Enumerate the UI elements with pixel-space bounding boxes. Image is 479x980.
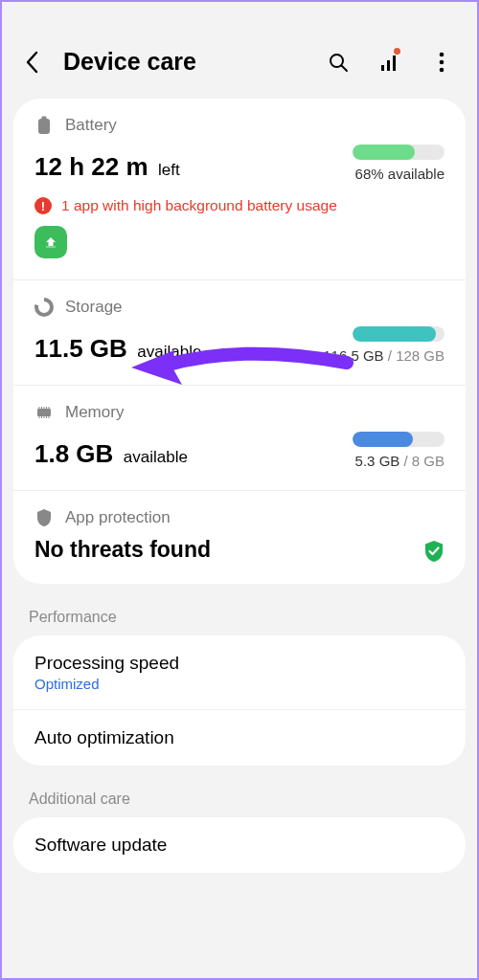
additional-care-group-label: Additional care (2, 766, 477, 817)
shield-icon (34, 508, 54, 527)
memory-section[interactable]: Memory 1.8 GB available 5.3 GB / 8 GB (13, 386, 466, 491)
svg-point-10 (36, 300, 52, 315)
memory-value-suffix: available (124, 448, 188, 466)
app-header: Device care (2, 2, 477, 99)
battery-value: 12 h 22 m (34, 152, 148, 181)
header-actions (326, 50, 460, 75)
svg-rect-3 (387, 60, 390, 71)
performance-group-label: Performance (2, 584, 477, 635)
storage-usage: 116.5 GB / 128 GB (323, 347, 445, 364)
svg-rect-21 (49, 416, 50, 418)
protection-status: No threats found (34, 537, 211, 563)
svg-rect-9 (42, 117, 47, 120)
notification-dot-icon (394, 48, 400, 55)
signal-icon[interactable] (377, 50, 402, 75)
app-protection-section[interactable]: App protection No threats found (13, 491, 466, 584)
memory-label: Memory (65, 403, 124, 422)
software-update-item[interactable]: Software update (13, 817, 466, 873)
auto-optimization-item[interactable]: Auto optimization (13, 710, 466, 766)
more-menu-icon[interactable] (429, 50, 454, 75)
storage-header: Storage (34, 298, 445, 317)
battery-section[interactable]: Battery 12 h 22 m left 68% available ! 1… (13, 99, 466, 280)
alert-icon: ! (34, 197, 52, 214)
storage-icon (34, 298, 54, 317)
svg-rect-8 (38, 119, 50, 134)
svg-rect-13 (41, 407, 42, 409)
auto-optimization-title: Auto optimization (34, 727, 445, 748)
software-update-title: Software update (34, 835, 445, 856)
battery-warning-text: 1 app with high background battery usage (61, 197, 337, 214)
svg-rect-11 (37, 409, 51, 416)
svg-rect-4 (393, 56, 396, 71)
svg-rect-2 (381, 65, 384, 71)
additional-care-card: Software update (13, 817, 466, 873)
svg-rect-17 (39, 416, 40, 418)
svg-point-5 (440, 52, 445, 56)
memory-icon (34, 403, 54, 422)
status-card: Battery 12 h 22 m left 68% available ! 1… (13, 99, 466, 584)
battery-warning[interactable]: ! 1 app with high background battery usa… (34, 197, 445, 214)
battery-icon (34, 116, 54, 135)
battery-header: Battery (34, 116, 445, 135)
memory-usage: 5.3 GB / 8 GB (353, 453, 445, 469)
processing-speed-status: Optimized (34, 676, 445, 692)
svg-rect-15 (46, 407, 47, 409)
battery-percent: 68% available (353, 166, 445, 182)
protection-label: App protection (65, 508, 171, 527)
high-usage-app-icon[interactable] (34, 226, 67, 258)
shield-check-icon (423, 540, 445, 561)
protection-header: App protection (34, 508, 445, 527)
back-button[interactable] (19, 49, 46, 76)
storage-bar (353, 326, 445, 342)
page-title: Device care (63, 48, 326, 76)
processing-speed-item[interactable]: Processing speed Optimized (13, 635, 466, 710)
svg-rect-16 (49, 407, 50, 409)
svg-rect-12 (39, 407, 40, 409)
battery-value-suffix: left (158, 161, 180, 179)
storage-label: Storage (65, 298, 123, 317)
processing-speed-title: Processing speed (34, 653, 445, 674)
svg-rect-14 (44, 407, 45, 409)
svg-rect-18 (41, 416, 42, 418)
search-icon[interactable] (326, 50, 351, 75)
svg-point-6 (440, 59, 445, 64)
memory-bar (353, 432, 445, 447)
svg-rect-20 (46, 416, 47, 418)
battery-bar (353, 145, 445, 160)
svg-point-7 (440, 67, 445, 72)
storage-value: 11.5 GB (34, 334, 127, 363)
svg-line-1 (342, 65, 348, 71)
storage-section[interactable]: Storage 11.5 GB available 116.5 GB / 128… (13, 280, 466, 386)
battery-label: Battery (65, 116, 117, 135)
memory-header: Memory (34, 403, 445, 422)
memory-value: 1.8 GB (34, 439, 113, 468)
storage-value-suffix: available (137, 343, 201, 361)
svg-rect-19 (44, 416, 45, 418)
performance-card: Processing speed Optimized Auto optimiza… (13, 635, 466, 766)
